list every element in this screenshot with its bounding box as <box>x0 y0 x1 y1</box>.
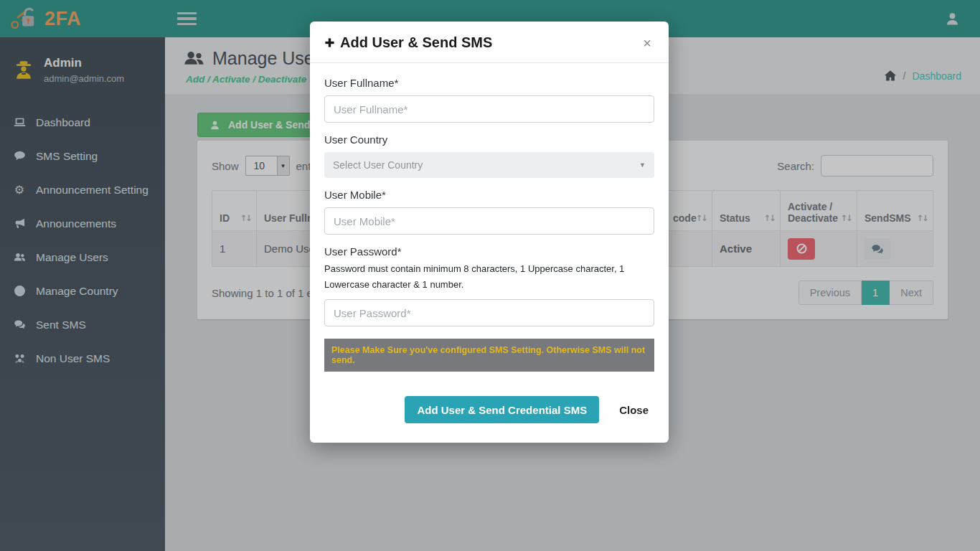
mobile-label: User Mobile* <box>324 189 654 201</box>
modal-footer: Add User & Send Credential SMS Close <box>310 372 669 443</box>
password-label: User Password* <box>324 245 654 258</box>
caret-down-icon: ▼ <box>639 161 646 169</box>
fullname-label: User Fullname* <box>324 77 654 89</box>
country-select-value: Select User Country <box>333 159 423 171</box>
sms-setting-warning: Please Make Sure you've configured SMS S… <box>324 339 654 372</box>
fullname-field[interactable] <box>324 95 654 123</box>
close-icon[interactable]: × <box>640 34 654 52</box>
add-user-modal: Add User & Send SMS × User Fullname* Use… <box>310 22 669 443</box>
password-field[interactable] <box>324 299 654 326</box>
country-label: User Country <box>324 133 654 146</box>
modal-title: Add User & Send SMS <box>324 34 640 51</box>
modal-header: Add User & Send SMS × <box>310 22 669 63</box>
modal-body: User Fullname* User Country Select User … <box>310 63 669 372</box>
submit-add-user-button[interactable]: Add User & Send Credential SMS <box>405 396 599 423</box>
password-hint: Password must contain minimum 8 characte… <box>324 261 654 293</box>
close-button[interactable]: Close <box>619 404 649 416</box>
modal-title-text: Add User & Send SMS <box>340 34 492 51</box>
plus-icon <box>324 37 335 48</box>
country-select[interactable]: Select User Country ▼ <box>324 152 654 178</box>
mobile-field[interactable] <box>324 207 654 235</box>
